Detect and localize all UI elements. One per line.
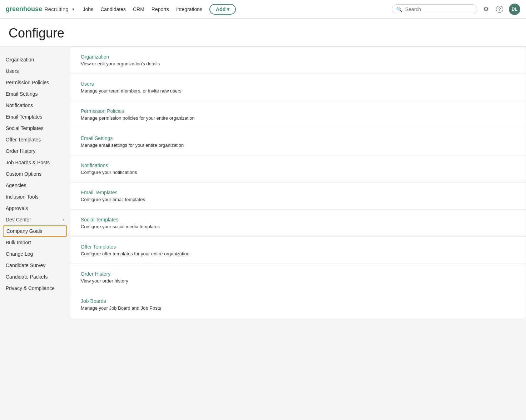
page-title: Configure (9, 26, 517, 41)
config-item-description: Manage permission policies for your enti… (81, 115, 515, 121)
sidebar-item-social-templates[interactable]: Social Templates (0, 122, 70, 134)
sidebar-item-approvals[interactable]: Approvals (0, 202, 70, 214)
config-item: UsersManage your team members, or invite… (70, 74, 526, 101)
nav-jobs[interactable]: Jobs (83, 6, 94, 12)
config-item: Email SettingsManage email settings for … (70, 128, 526, 155)
config-item-link-job-boards[interactable]: Job Boards (81, 298, 106, 304)
config-item-description: Manage your team members, or invite new … (81, 88, 515, 94)
logo-dropdown-button[interactable]: ▾ (71, 6, 76, 12)
sidebar-item-change-log[interactable]: Change Log (0, 248, 70, 260)
sidebar-item-label: Organization (6, 57, 34, 62)
help-icon: ? (496, 6, 503, 13)
sidebar-item-custom-options[interactable]: Custom Options (0, 168, 70, 180)
config-item-description: Configure your notifications (81, 170, 515, 175)
config-item: Order HistoryView your order history (70, 264, 526, 291)
config-item-description: Configure your email templates (81, 197, 515, 202)
sidebar-item-candidate-packets[interactable]: Candidate Packets (0, 271, 70, 282)
sidebar-item-candidate-survey[interactable]: Candidate Survey (0, 260, 70, 271)
sidebar-item-label: Bulk Import (6, 240, 31, 245)
sidebar-item-permission-policies[interactable]: Permission Policies (0, 77, 70, 88)
config-item-link-organization[interactable]: Organization (81, 54, 109, 60)
config-item: Social TemplatesConfigure your social me… (70, 210, 526, 237)
sidebar-item-label: Candidate Survey (6, 262, 45, 268)
config-item-link-social-templates[interactable]: Social Templates (81, 217, 119, 222)
sidebar-item-privacy---compliance[interactable]: Privacy & Compliance (0, 282, 70, 294)
sidebar-item-email-templates[interactable]: Email Templates (0, 111, 70, 122)
sidebar-item-label: Approvals (6, 205, 28, 211)
config-item-description: Manage email settings for your entire or… (81, 142, 515, 148)
config-item-link-email-templates[interactable]: Email Templates (81, 190, 117, 195)
sidebar-item-label: Email Templates (6, 114, 42, 120)
sidebar-item-job-boards---posts[interactable]: Job Boards & Posts (0, 157, 70, 168)
sidebar-item-label: Dev Center (6, 217, 31, 222)
sidebar-item-label: Email Settings (6, 91, 38, 97)
config-item: Permission PoliciesManage permission pol… (70, 101, 526, 128)
search-input[interactable] (405, 6, 473, 12)
sidebar-item-label: Privacy & Compliance (6, 285, 55, 291)
main-content: OrganizationView or edit your organizati… (70, 47, 526, 318)
logo-recruiting-text: Recruiting (44, 6, 69, 12)
config-item-description: Configure offer templates for your entir… (81, 251, 515, 256)
sidebar-item-label: Offer Templates (6, 137, 41, 142)
settings-icon: ⚙ (483, 5, 489, 13)
config-item: Offer TemplatesConfigure offer templates… (70, 237, 526, 264)
sidebar-item-label: Change Log (6, 251, 33, 257)
sidebar-item-label: Permission Policies (6, 80, 49, 85)
sidebar-item-dev-center[interactable]: Dev Center› (0, 214, 70, 225)
page-header: Configure (0, 19, 526, 47)
sidebar-item-label: Users (6, 68, 19, 74)
config-item: Job BoardsManage your Job Board and Job … (70, 291, 526, 318)
help-icon-button[interactable]: ? (495, 4, 505, 14)
config-item-description: View or edit your organization's details (81, 61, 515, 66)
nav-right: 🔍 ⚙ ? DL (392, 4, 520, 15)
config-item: NotificationsConfigure your notification… (70, 155, 526, 182)
config-item-link-users[interactable]: Users (81, 81, 94, 87)
config-item-link-notifications[interactable]: Notifications (81, 162, 108, 168)
content-area: OrganizationUsersPermission PoliciesEmai… (0, 47, 526, 318)
avatar-button[interactable]: DL (509, 4, 520, 15)
sidebar-item-bulk-import[interactable]: Bulk Import (0, 237, 70, 248)
search-box: 🔍 (392, 4, 477, 14)
sidebar-item-label: Agencies (6, 182, 26, 188)
sidebar-item-email-settings[interactable]: Email Settings (0, 88, 70, 100)
sidebar-item-label: Order History (6, 148, 35, 154)
config-item-description: Manage your Job Board and Job Posts (81, 305, 515, 311)
nav-candidates[interactable]: Candidates (100, 6, 126, 12)
add-button[interactable]: Add ▾ (209, 4, 236, 15)
config-item: Email TemplatesConfigure your email temp… (70, 182, 526, 210)
search-icon: 🔍 (396, 6, 402, 12)
config-item-link-email-settings[interactable]: Email Settings (81, 135, 113, 141)
nav-integrations[interactable]: Integrations (176, 6, 202, 12)
sidebar-item-label: Company Goals (6, 228, 42, 234)
top-nav: greenhouse Recruiting ▾ Jobs Candidates … (0, 0, 526, 19)
sidebar-item-label: Job Boards & Posts (6, 160, 50, 165)
sidebar-item-inclusion-tools[interactable]: Inclusion Tools (0, 191, 70, 202)
logo-greenhouse-text: greenhouse (6, 5, 42, 13)
sidebar-item-label: Inclusion Tools (6, 194, 39, 200)
sidebar-item-company-goals[interactable]: Company Goals (3, 225, 67, 237)
sidebar-item-order-history[interactable]: Order History (0, 145, 70, 157)
chevron-right-icon: › (63, 217, 64, 222)
sidebar-item-users[interactable]: Users (0, 65, 70, 77)
config-item-description: View your order history (81, 278, 515, 284)
logo: greenhouse Recruiting ▾ (6, 5, 76, 13)
config-item-link-permission-policies[interactable]: Permission Policies (81, 108, 124, 114)
config-item: OrganizationView or edit your organizati… (70, 47, 526, 74)
sidebar-item-label: Candidate Packets (6, 274, 48, 280)
settings-icon-button[interactable]: ⚙ (482, 4, 490, 15)
config-item-link-order-history[interactable]: Order History (81, 271, 110, 277)
nav-links: Jobs Candidates CRM Reports Integrations… (83, 4, 384, 15)
sidebar-item-label: Notifications (6, 102, 33, 108)
config-item-description: Configure your social media templates (81, 224, 515, 229)
sidebar: OrganizationUsersPermission PoliciesEmai… (0, 47, 70, 318)
nav-crm[interactable]: CRM (133, 6, 144, 12)
sidebar-item-agencies[interactable]: Agencies (0, 180, 70, 191)
config-item-link-offer-templates[interactable]: Offer Templates (81, 244, 116, 250)
sidebar-item-offer-templates[interactable]: Offer Templates (0, 134, 70, 145)
sidebar-item-label: Custom Options (6, 171, 41, 177)
sidebar-item-label: Social Templates (6, 125, 44, 131)
page-wrapper: Configure OrganizationUsersPermission Po… (0, 19, 526, 420)
sidebar-item-notifications[interactable]: Notifications (0, 100, 70, 111)
sidebar-item-organization[interactable]: Organization (0, 54, 70, 65)
nav-reports[interactable]: Reports (152, 6, 169, 12)
